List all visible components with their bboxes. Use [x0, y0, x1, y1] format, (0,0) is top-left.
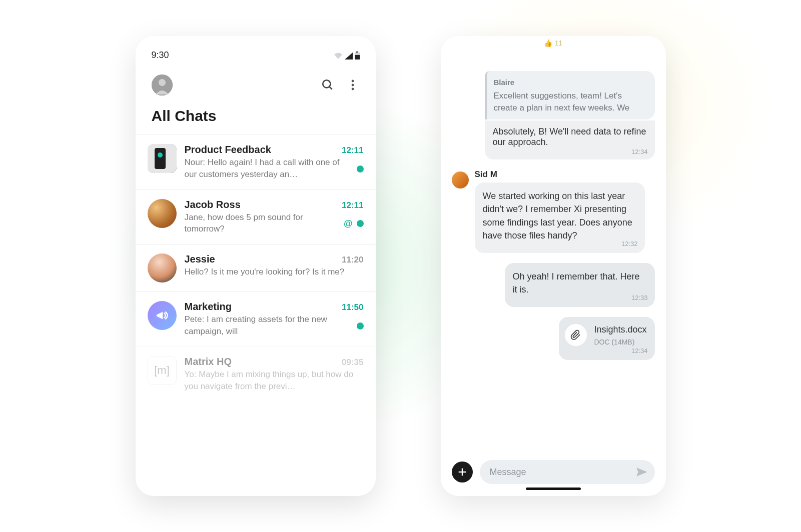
message-list: Blaire Excellent suggestions, team! Let'…: [452, 51, 655, 451]
svg-rect-2: [356, 52, 358, 52]
chat-item-marketing[interactable]: Marketing 11:50 Pete: I am creating asse…: [136, 292, 376, 346]
send-icon[interactable]: [635, 466, 648, 478]
chat-preview: Yo: Maybe I am mixing things up, but how…: [185, 368, 364, 392]
profile-avatar[interactable]: [152, 74, 173, 96]
chat-item-jessie[interactable]: Jessie 11:20 Hello? Is it me you're look…: [136, 244, 376, 292]
message-time: 12:33: [631, 294, 648, 303]
composer: [452, 460, 655, 484]
quote-block: Blaire Excellent suggestions, team! Let'…: [485, 71, 655, 120]
unread-dot: [357, 220, 364, 227]
svg-point-9: [351, 88, 354, 90]
chat-item-product-feedback[interactable]: Product Feedback 12:11 Nour: Hello again…: [136, 134, 376, 190]
reaction-badge[interactable]: 👍 11: [544, 39, 563, 47]
chat-time: 09:35: [342, 358, 363, 368]
unread-dot: [357, 322, 364, 330]
chat-name: Matrix HQ: [185, 356, 232, 368]
file-name: Insights.docx: [594, 323, 646, 336]
chat-preview: Nour: Hello again! I had a call with one…: [185, 156, 353, 180]
chat-item-jacob-ross[interactable]: Jacob Ross 12:11 Jane, how does 5 pm sou…: [136, 190, 376, 244]
chat-avatar: [148, 301, 177, 330]
message-bubble: Oh yeah! I remember that. Here it is. 12…: [505, 263, 655, 307]
message-text: Absolutely, B! We'll need data to refine…: [493, 126, 646, 147]
svg-line-6: [329, 86, 332, 89]
chat-name: Jessie: [185, 254, 215, 265]
chat-name: Jacob Ross: [185, 199, 241, 210]
chat-time: 12:11: [342, 200, 363, 210]
battery-icon: [355, 52, 360, 60]
message-time: 12:34: [631, 346, 648, 356]
message-incoming[interactable]: Sid M We started working on this last ye…: [452, 170, 655, 252]
status-time: 9:30: [152, 50, 169, 60]
paperclip-icon: [565, 324, 587, 346]
file-meta: DOC (14MB): [594, 337, 646, 347]
sender-avatar[interactable]: [452, 172, 469, 188]
top-bar: [136, 60, 376, 102]
chat-preview: Pete: I am creating assets for the new c…: [185, 314, 353, 338]
sender-name: Sid M: [475, 170, 655, 180]
status-bar: 9:30: [136, 50, 376, 60]
message-bubble: We started working on this last year did…: [475, 182, 645, 252]
reply-bubble: Absolutely, B! We'll need data to refine…: [485, 120, 655, 160]
message-input[interactable]: [490, 467, 635, 478]
svg-point-7: [351, 80, 354, 82]
quote-text: Excellent suggestions, team! Let's creat…: [494, 90, 647, 114]
page-title: All Chats: [136, 102, 376, 134]
reaction-count: 11: [555, 39, 563, 47]
message-outgoing[interactable]: Oh yeah! I remember that. Here it is. 12…: [452, 263, 655, 307]
chat-avatar: [148, 254, 177, 282]
chat-avatar: [148, 199, 177, 228]
chat-list: Product Feedback 12:11 Nour: Hello again…: [136, 134, 376, 401]
search-icon[interactable]: [321, 78, 335, 92]
chat-avatar: [m]: [148, 356, 177, 385]
chat-list-phone: 9:30 All Chats Produ: [136, 36, 376, 496]
message-time: 12:32: [621, 240, 638, 249]
chat-preview: Jane, how does 5 pm sound for tomorrow?: [185, 212, 340, 236]
message-input-container: [480, 460, 655, 484]
chat-panel: 👍 11 Blaire Excellent suggestions, team!…: [441, 36, 666, 496]
quote-sender: Blaire: [494, 77, 647, 88]
chat-preview: Hello? Is it me you're looking for? Is i…: [185, 266, 364, 278]
message-text: We started working on this last year did…: [483, 191, 632, 240]
svg-point-12: [158, 152, 163, 158]
svg-point-5: [323, 80, 330, 88]
add-attachment-button[interactable]: [452, 462, 473, 482]
svg-rect-1: [355, 55, 360, 60]
signal-icon: [345, 52, 353, 60]
more-icon[interactable]: [346, 78, 360, 92]
status-icons: [334, 52, 360, 60]
thumbs-up-icon: 👍: [544, 39, 552, 47]
svg-rect-11: [155, 148, 166, 169]
message-time: 12:34: [631, 148, 648, 156]
chat-avatar: [148, 144, 177, 173]
chat-time: 11:50: [342, 302, 363, 312]
chat-item-matrix-hq[interactable]: [m] Matrix HQ 09:35 Yo: Maybe I am mixin…: [136, 346, 376, 402]
svg-point-8: [351, 84, 354, 86]
chat-time: 12:11: [342, 146, 363, 156]
chat-time: 11:20: [342, 255, 363, 265]
home-indicator: [526, 488, 581, 490]
message-file-attachment[interactable]: Insights.docx DOC (14MB) 12:34: [452, 317, 655, 360]
chat-name: Product Feedback: [185, 144, 271, 156]
unread-dot: [357, 166, 364, 172]
wifi-icon: [334, 52, 343, 60]
message-text: Oh yeah! I remember that. Here it is.: [513, 272, 640, 294]
file-bubble[interactable]: Insights.docx DOC (14MB) 12:34: [559, 317, 654, 360]
mention-icon: @: [344, 218, 353, 229]
svg-point-4: [159, 79, 166, 86]
chat-name: Marketing: [185, 301, 232, 312]
message-outgoing-quoted[interactable]: Blaire Excellent suggestions, team! Let'…: [452, 71, 655, 160]
